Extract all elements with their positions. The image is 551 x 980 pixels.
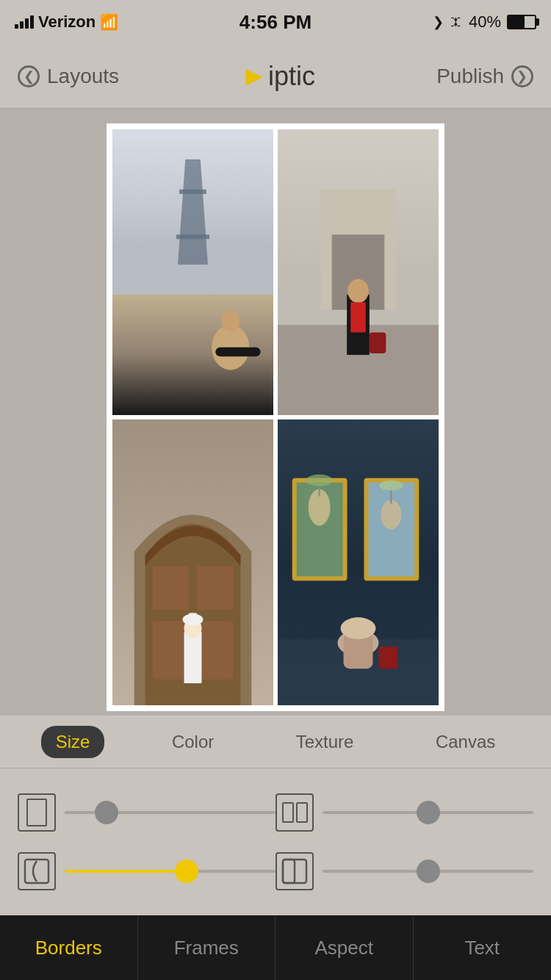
bottom-nav-text[interactable]: Text bbox=[414, 915, 552, 980]
photo-3-svg bbox=[112, 419, 273, 705]
slider-row-1-left bbox=[18, 786, 276, 839]
svg-rect-20 bbox=[153, 621, 190, 680]
single-panel-icon bbox=[18, 793, 56, 832]
back-chevron: ❮ bbox=[24, 68, 35, 84]
photo-grid bbox=[107, 123, 444, 711]
bluetooth-icon: ⯰ bbox=[450, 15, 463, 30]
svg-point-40 bbox=[341, 617, 376, 639]
svg-point-35 bbox=[381, 500, 401, 530]
status-bar: Verizon 📶 4:56 PM ❯ ⯰ 40% bbox=[0, 0, 551, 44]
nav-right[interactable]: Publish ❯ bbox=[436, 65, 533, 88]
back-arrow-icon[interactable]: ❮ bbox=[18, 65, 40, 87]
slider-row-2-right bbox=[276, 845, 533, 898]
half-panel-icon bbox=[276, 852, 314, 890]
sliders-area bbox=[0, 768, 551, 915]
status-right: ❯ ⯰ 40% bbox=[433, 12, 536, 32]
svg-rect-25 bbox=[190, 613, 197, 621]
svg-rect-42 bbox=[25, 860, 48, 883]
half-icon-svg bbox=[281, 858, 308, 884]
slider-track-1-right[interactable] bbox=[323, 811, 533, 814]
bottom-nav-frames[interactable]: Frames bbox=[138, 915, 276, 980]
photo-2-svg bbox=[278, 129, 439, 415]
status-left: Verizon 📶 bbox=[15, 12, 118, 32]
svg-rect-41 bbox=[378, 646, 397, 669]
wifi-icon: 📶 bbox=[100, 13, 118, 31]
bottom-section: Size Color Texture Canvas bbox=[0, 716, 551, 980]
bottom-nav: Borders Frames Aspect Text bbox=[0, 915, 551, 980]
svg-rect-22 bbox=[184, 632, 202, 683]
svg-rect-44 bbox=[283, 860, 295, 883]
nav-bar: ❮ Layouts ► iptic Publish ❯ bbox=[0, 44, 551, 109]
nav-back[interactable]: ❮ Layouts bbox=[18, 65, 119, 88]
photo-1-svg bbox=[112, 129, 273, 415]
slider-row-1-right bbox=[276, 786, 533, 839]
photo-cell-1[interactable] bbox=[112, 129, 273, 415]
svg-rect-5 bbox=[176, 234, 209, 239]
svg-point-32 bbox=[306, 475, 333, 486]
logo-d-letter: ► bbox=[240, 60, 268, 92]
photo-cell-2[interactable] bbox=[278, 129, 439, 415]
tab-color[interactable]: Color bbox=[157, 726, 228, 758]
bottom-nav-aspect[interactable]: Aspect bbox=[276, 915, 414, 980]
curved-icon-svg bbox=[24, 858, 50, 884]
photo-grid-container bbox=[0, 109, 551, 726]
double-panel-icon bbox=[276, 793, 314, 832]
carrier-label: Verizon bbox=[38, 12, 96, 32]
signal-icon bbox=[15, 15, 34, 29]
location-icon: ❯ bbox=[433, 14, 444, 30]
slider-thumb-1-right[interactable] bbox=[417, 801, 440, 824]
battery-percent: 40% bbox=[469, 12, 501, 32]
bottom-nav-borders[interactable]: Borders bbox=[0, 915, 138, 980]
forward-chevron: ❯ bbox=[516, 68, 527, 84]
svg-rect-18 bbox=[153, 566, 190, 610]
logo-text: iptic bbox=[268, 61, 315, 92]
back-label[interactable]: Layouts bbox=[47, 65, 119, 88]
svg-rect-16 bbox=[370, 332, 386, 353]
photo-cell-4[interactable] bbox=[278, 419, 439, 705]
photo-4-svg bbox=[278, 419, 439, 705]
publish-label[interactable]: Publish bbox=[436, 65, 504, 88]
svg-rect-19 bbox=[196, 566, 233, 610]
svg-point-37 bbox=[379, 480, 403, 491]
slider-track-2-right[interactable] bbox=[323, 870, 533, 873]
svg-point-7 bbox=[221, 311, 240, 332]
tab-size[interactable]: Size bbox=[41, 726, 105, 758]
status-time: 4:56 PM bbox=[240, 11, 311, 34]
tab-texture[interactable]: Texture bbox=[281, 726, 369, 758]
slider-track-1-left[interactable] bbox=[65, 811, 276, 814]
svg-rect-4 bbox=[179, 190, 206, 194]
slider-thumb-2-left[interactable] bbox=[175, 860, 198, 883]
photo-cell-3[interactable] bbox=[112, 419, 273, 705]
slider-thumb-2-right[interactable] bbox=[417, 860, 440, 883]
svg-rect-21 bbox=[196, 621, 233, 680]
app-logo: ► iptic bbox=[240, 60, 315, 92]
battery-icon bbox=[507, 15, 536, 29]
slider-row-2-left bbox=[18, 845, 276, 898]
slider-thumb-1-left[interactable] bbox=[95, 801, 118, 824]
svg-point-14 bbox=[347, 279, 369, 303]
tab-canvas[interactable]: Canvas bbox=[421, 726, 510, 758]
curved-panel-icon bbox=[18, 852, 56, 890]
svg-rect-8 bbox=[215, 347, 260, 356]
slider-track-2-left[interactable] bbox=[65, 870, 276, 873]
svg-rect-15 bbox=[350, 302, 365, 332]
forward-arrow-icon[interactable]: ❯ bbox=[511, 65, 533, 87]
edit-tabs: Size Color Texture Canvas bbox=[0, 716, 551, 768]
